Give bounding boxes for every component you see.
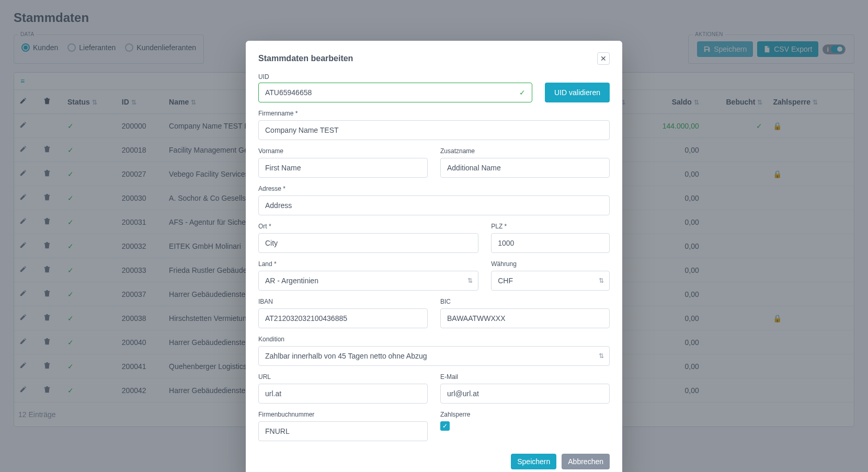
modal-cancel-button[interactable]: Abbrechen [562,454,610,469]
modal-close-button[interactable]: ✕ [597,52,610,65]
firmenbuch-input[interactable] [258,421,428,441]
label-firmenbuch: Firmenbuchnummer [258,411,428,418]
modal-title: Stammdaten bearbeiten [258,54,353,63]
adresse-input[interactable] [258,195,610,215]
label-plz: PLZ * [491,223,610,230]
firmenname-input[interactable] [258,120,610,140]
zahlsperre-checkbox[interactable]: ✓ [440,421,450,431]
label-land: Land * [258,260,478,268]
label-adresse: Adresse * [258,185,610,192]
iban-input[interactable] [258,308,428,328]
label-kondition: Kondition [258,336,610,343]
bic-input[interactable] [440,308,610,328]
label-vorname: Vorname [258,147,428,155]
label-iban: IBAN [258,298,428,305]
uid-validate-button[interactable]: UID validieren [545,83,610,102]
label-zahlsperre: Zahlsperre [440,411,610,418]
label-waehrung: Währung [491,260,610,268]
modal-overlay: Stammdaten bearbeiten ✕ UID ✓ UID validi… [0,0,868,472]
land-select[interactable]: AR - Argentinien [258,271,478,291]
edit-modal: Stammdaten bearbeiten ✕ UID ✓ UID validi… [246,41,622,472]
zusatzname-input[interactable] [440,158,610,178]
kondition-select[interactable]: Zahlbar innerhalb von 45 Tagen netto ohn… [258,346,610,366]
label-ort: Ort * [258,223,478,230]
check-icon: ✓ [519,88,526,97]
url-input[interactable] [258,384,428,404]
vorname-input[interactable] [258,158,428,178]
modal-save-button[interactable]: Speichern [511,454,556,469]
waehrung-select[interactable]: CHF [491,271,610,291]
label-firmenname: Firmenname * [258,110,610,117]
uid-input[interactable] [265,83,519,102]
uid-input-box: ✓ [258,83,532,102]
label-bic: BIC [440,298,610,305]
label-url: URL [258,373,428,381]
email-input[interactable] [440,384,610,404]
label-zusatzname: Zusatzname [440,147,610,155]
label-uid: UID [258,73,610,80]
label-email: E-Mail [440,373,610,381]
plz-input[interactable] [491,233,610,253]
ort-input[interactable] [258,233,478,253]
